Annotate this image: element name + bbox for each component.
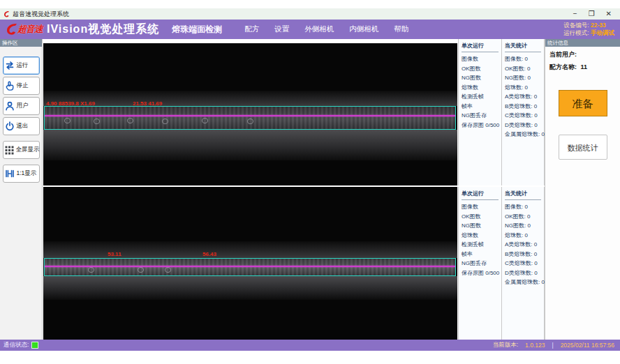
- today-stats-column: 当天统计 图像数: 0 OK图数: 0 NG图数: 0 熔珠数: 0 A类熔珠数…: [501, 39, 544, 185]
- image-band: [43, 130, 457, 160]
- window-title: 超音速视觉处理系统: [13, 10, 69, 19]
- stat-row: 金属屑熔珠数: 0: [505, 130, 544, 139]
- app-subtitle: 熔珠端面检测: [172, 24, 222, 36]
- stat-row: NG图丢存: [462, 259, 501, 268]
- stat-row: 图像数: 0: [505, 202, 544, 212]
- stat-row: 熔珠数: [462, 231, 501, 241]
- bead-mark: [138, 267, 144, 273]
- today-stats-title: 当天统计: [505, 42, 541, 52]
- camera-view-top[interactable]: 4.90 88539.8 X1.69 21.53 41.69: [43, 43, 457, 185]
- stat-row: 熔珠数: 0: [505, 83, 544, 93]
- single-run-column: 单次运行 图像数 OK图数 NG图数 熔珠数 检测丢帧 帧率 NG图丢存 保存原…: [459, 39, 501, 185]
- run-button[interactable]: 运行: [3, 56, 40, 75]
- datetime-value: 2025/02/11 16:57:56: [561, 342, 614, 349]
- detection-roi-rect: [44, 106, 456, 130]
- bead-mark: [162, 119, 168, 124]
- brand-logo: 超音速: [4, 22, 43, 37]
- prepare-button[interactable]: 准备: [559, 90, 607, 116]
- comm-status-label: 通信状态:: [3, 341, 29, 349]
- stat-row: 检测丢帧: [462, 240, 501, 250]
- one-to-one-button[interactable]: 1:1显示: [3, 165, 40, 183]
- restore-button[interactable]: ❐: [589, 8, 595, 20]
- stat-row: OK图数: [462, 212, 501, 222]
- main-menu: 配方 设置 外侧相机 内侧相机 帮助: [244, 24, 408, 34]
- minimize-button[interactable]: −: [573, 8, 577, 20]
- fullscreen-button[interactable]: 全屏显示: [3, 141, 40, 159]
- recipe-name-value: 11: [581, 63, 588, 70]
- stat-row: 熔珠数: 0: [505, 231, 544, 241]
- sidebar-title: 操作区: [0, 39, 42, 47]
- stat-row: A类熔珠数: 0: [505, 240, 544, 250]
- image-band: [43, 91, 457, 106]
- stat-row: 熔珠数: [462, 83, 501, 93]
- stat-row: OK图数: 0: [505, 64, 544, 74]
- app-title: IVision视觉处理系统: [47, 22, 159, 37]
- bead-mark: [247, 119, 253, 124]
- single-run-column: 单次运行 图像数 OK图数 NG图数 熔珠数 检测丢帧 帧率 NG图丢存 保存原…: [459, 187, 501, 340]
- menu-item-inner-camera[interactable]: 内侧相机: [349, 24, 378, 34]
- menu-item-help[interactable]: 帮助: [394, 24, 408, 34]
- bead-mark: [127, 118, 133, 123]
- window-titlebar: 超音速视觉处理系统 − ❐ ✕: [0, 8, 620, 20]
- measurement-annotation: 53.11: [108, 251, 121, 257]
- bead-mark: [94, 119, 100, 124]
- version-value: 1.0.123: [525, 342, 545, 349]
- image-band: [43, 276, 457, 300]
- measurement-annotation: 21.53 41.69: [133, 100, 162, 107]
- detection-line: [45, 266, 455, 267]
- stop-hand-icon: [5, 81, 15, 91]
- stats-panel-bottom: 单次运行 图像数 OK图数 NG图数 熔珠数 检测丢帧 帧率 NG图丢存 保存原…: [458, 187, 545, 340]
- stat-row: NG图数: 0: [505, 73, 544, 83]
- menu-item-outer-camera[interactable]: 外侧相机: [304, 24, 334, 34]
- device-info: 设备编号: 22-33 运行模式: 手动调试: [563, 22, 620, 37]
- exit-button[interactable]: 退出: [3, 117, 40, 135]
- user-button-label: 用户: [17, 102, 29, 110]
- info-panel-title: 统计信息: [545, 39, 620, 47]
- run-mode-label: 运行模式:: [563, 29, 589, 36]
- camera-view-bottom[interactable]: 53.11 56.43: [43, 187, 457, 340]
- user-button[interactable]: 用户: [3, 97, 40, 115]
- status-separator: |: [552, 342, 553, 349]
- bead-mark: [64, 118, 71, 123]
- stat-row: A类熔珠数: 0: [505, 92, 544, 102]
- bead-mark: [88, 267, 94, 273]
- stat-row: C类熔珠数: 0: [505, 111, 544, 121]
- bead-mark: [202, 118, 208, 123]
- stats-panel-top: 单次运行 图像数 OK图数 NG图数 熔珠数 检测丢帧 帧率 NG图丢存 保存原…: [458, 39, 545, 185]
- data-statistics-button[interactable]: 数据统计: [559, 135, 607, 160]
- stat-row: 检测丢帧: [462, 92, 501, 102]
- power-icon: [5, 121, 15, 131]
- version-label: 当前版本:: [493, 341, 518, 349]
- detection-line: [45, 115, 455, 116]
- exit-button-label: 退出: [17, 122, 29, 130]
- stop-button-label: 停止: [17, 82, 29, 90]
- stat-row: NG图数: [462, 73, 501, 83]
- menu-item-settings[interactable]: 设置: [274, 24, 289, 34]
- stat-row: NG图数: 0: [505, 221, 544, 231]
- menu-item-recipe[interactable]: 配方: [244, 24, 259, 34]
- app-header: 超音速 IVision视觉处理系统 熔珠端面检测 配方 设置 外侧相机 内侧相机…: [0, 20, 620, 39]
- device-number-value: 22-33: [591, 22, 606, 29]
- stat-row: 保存原图 0/500: [462, 268, 501, 278]
- today-stats-column: 当天统计 图像数: 0 OK图数: 0 NG图数: 0 熔珠数: 0 A类熔珠数…: [501, 187, 544, 340]
- stat-row: 保存原图 0/500: [462, 121, 501, 130]
- user-icon: [5, 101, 15, 111]
- operation-sidebar: 操作区 运行 停止 用户 退出 全屏显示: [0, 39, 43, 340]
- stat-row: C类熔珠数: 0: [505, 259, 544, 268]
- run-mode-value: 手动调试: [591, 29, 614, 36]
- one-to-one-button-label: 1:1显示: [17, 169, 37, 178]
- recipe-name-label: 配方名称:: [549, 63, 577, 70]
- stat-row: 图像数: [462, 54, 501, 64]
- fullscreen-button-label: 全屏显示: [16, 146, 40, 154]
- stat-row: 金属屑熔珠数: 0: [505, 278, 544, 287]
- single-run-title: 单次运行: [462, 190, 499, 200]
- today-stats-title: 当天统计: [505, 190, 541, 200]
- app-logo-icon: [3, 10, 10, 17]
- stop-button[interactable]: 停止: [3, 77, 40, 95]
- stat-row: NG图数: [462, 221, 501, 231]
- run-icon: [5, 61, 15, 70]
- stat-row: 帧率: [462, 102, 501, 112]
- close-button[interactable]: ✕: [606, 8, 612, 20]
- stat-row: NG图丢存: [462, 111, 501, 121]
- stat-row: OK图数: [462, 64, 501, 74]
